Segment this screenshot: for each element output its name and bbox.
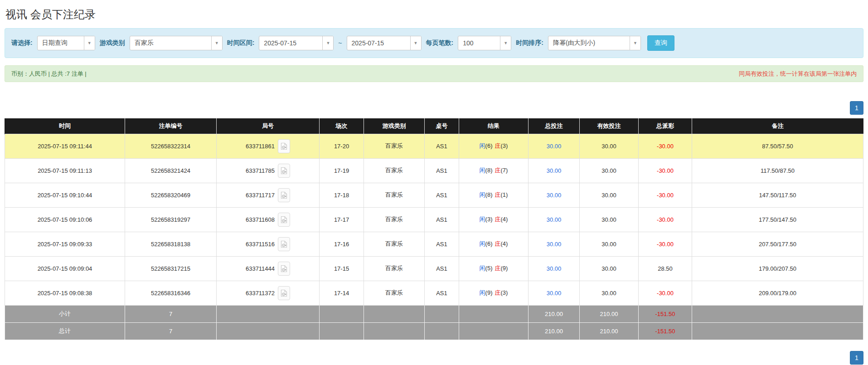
total-bet-link[interactable]: 30.00: [547, 290, 562, 297]
column-header-total-bet: 总投注: [529, 118, 580, 134]
table-row: 2025-07-15 09:10:06 522658319297 6337116…: [5, 207, 863, 232]
player-points: (9): [485, 289, 493, 296]
video-replay-button[interactable]: [278, 237, 290, 251]
total-bet-link[interactable]: 30.00: [547, 192, 562, 199]
page-size-label: 每页笔数:: [426, 39, 454, 47]
payout-cell: -30.00: [639, 207, 692, 232]
page-1-button[interactable]: 1: [850, 101, 863, 115]
total-bet-link[interactable]: 30.00: [547, 265, 562, 272]
chevron-down-icon[interactable]: ▼: [211, 36, 222, 50]
page-size-select[interactable]: 100 ▼: [458, 36, 511, 50]
total-count: 7: [125, 322, 217, 340]
chevron-down-icon[interactable]: ▼: [322, 36, 333, 50]
player-points: (8): [485, 167, 493, 174]
table-number-cell: AS1: [425, 232, 459, 256]
banker-label: 庄: [495, 191, 501, 198]
table-row: 2025-07-15 09:09:04 522658317215 6337114…: [5, 256, 863, 281]
banker-points: (4): [501, 240, 508, 247]
subtotal-count: 7: [125, 305, 217, 322]
banker-points: (3): [501, 142, 508, 149]
video-replay-button[interactable]: [278, 164, 290, 178]
date-to-select[interactable]: 2025-07-15 ▼: [347, 36, 422, 50]
banker-label: 庄: [495, 240, 501, 247]
total-row: 总计 7 210.00 210.00 -151.50: [5, 322, 863, 340]
video-replay-button[interactable]: [278, 262, 290, 276]
session-cell: 17-20: [320, 134, 364, 158]
table-header-row: 时间 注单编号 局号 场次 游戏类别 桌号 结果 总投注 有效投注 总派彩 备注: [5, 118, 863, 134]
valid-bet-cell: 30.00: [580, 158, 639, 183]
currency-total-text: 币别：人民币 | 总共 :7 注单 |: [11, 70, 87, 78]
game-type-cell: 百家乐: [364, 256, 425, 281]
subtotal-label: 小计: [5, 305, 125, 322]
video-file-icon: [281, 216, 287, 224]
chevron-down-icon[interactable]: ▼: [630, 36, 640, 50]
table-row: 2025-07-15 09:09:33 522658318138 6337115…: [5, 232, 863, 256]
game-type-cell: 百家乐: [364, 207, 425, 232]
total-bet-link[interactable]: 30.00: [547, 143, 562, 150]
total-label: 总计: [5, 322, 125, 340]
video-replay-button[interactable]: [278, 139, 290, 153]
total-bet-cell: 30.00: [529, 281, 580, 305]
total-bet-link[interactable]: 30.00: [547, 216, 562, 223]
page-title: 视讯 会员下注纪录: [5, 7, 863, 22]
video-file-icon: [281, 167, 287, 175]
game-type-select[interactable]: 百家乐 ▼: [130, 36, 223, 50]
query-type-select[interactable]: 日期查询 ▼: [37, 36, 95, 50]
chevron-down-icon[interactable]: ▼: [410, 36, 421, 50]
game-type-cell: 百家乐: [364, 134, 425, 158]
remark-cell: 87.50/57.50: [692, 134, 863, 158]
column-header-session: 场次: [320, 118, 364, 134]
table-row: 2025-07-15 09:11:13 522658321424 6337117…: [5, 158, 863, 183]
game-type-label: 游戏类别: [100, 39, 125, 47]
round-number: 633711785: [246, 167, 275, 174]
round-number: 633711372: [246, 290, 275, 297]
bet-records-table: 时间 注单编号 局号 场次 游戏类别 桌号 结果 总投注 有效投注 总派彩 备注…: [5, 118, 863, 340]
column-header-remark: 备注: [692, 118, 863, 134]
time-cell: 2025-07-15 09:09:04: [5, 256, 125, 281]
bet-id-cell: 522658317215: [125, 256, 217, 281]
column-header-valid-bet: 有效投注: [580, 118, 639, 134]
table-number-cell: AS1: [425, 158, 459, 183]
video-replay-button[interactable]: [278, 213, 290, 227]
pagination-bottom: 1: [5, 351, 863, 365]
search-button[interactable]: 查询: [647, 35, 674, 51]
time-cell: 2025-07-15 09:11:44: [5, 134, 125, 158]
player-label: 闲: [480, 240, 485, 247]
remark-cell: 179.00/207.50: [692, 256, 863, 281]
total-bet-link[interactable]: 30.00: [547, 167, 562, 174]
banker-points: (4): [501, 216, 508, 223]
table-row: 2025-07-15 09:08:38 522658316346 6337113…: [5, 281, 863, 305]
time-cell: 2025-07-15 09:10:44: [5, 183, 125, 207]
chevron-down-icon[interactable]: ▼: [500, 36, 511, 50]
date-range-separator: ~: [338, 39, 342, 47]
player-label: 闲: [480, 265, 485, 272]
session-cell: 17-18: [320, 183, 364, 207]
video-file-icon: [281, 289, 287, 297]
page-1-button[interactable]: 1: [850, 351, 863, 365]
result-cell: 闲(9)庄(3): [459, 281, 529, 305]
subtotal-row: 小计 7 210.00 210.00 -151.50: [5, 305, 863, 322]
date-from-select[interactable]: 2025-07-15 ▼: [259, 36, 334, 50]
total-bet-link[interactable]: 30.00: [547, 241, 562, 248]
player-label: 闲: [480, 216, 485, 223]
remark-cell: 207.50/177.50: [692, 232, 863, 256]
player-points: (8): [485, 191, 493, 198]
game-type-cell: 百家乐: [364, 183, 425, 207]
video-replay-button[interactable]: [278, 286, 290, 300]
round-cell: 633711444: [217, 256, 320, 281]
result-cell: 闲(6)庄(4): [459, 232, 529, 256]
player-points: (6): [485, 142, 493, 149]
column-header-result: 结果: [459, 118, 529, 134]
remark-cell: 177.50/147.50: [692, 207, 863, 232]
total-bet-cell: 30.00: [529, 158, 580, 183]
column-header-game: 游戏类别: [364, 118, 425, 134]
chevron-down-icon[interactable]: ▼: [84, 36, 95, 50]
query-type-value: 日期查询: [38, 36, 84, 50]
time-sort-select[interactable]: 降幂(由大到小) ▼: [548, 36, 641, 50]
video-replay-button[interactable]: [278, 188, 290, 202]
round-cell: 633711608: [217, 207, 320, 232]
banker-label: 庄: [495, 265, 501, 272]
player-points: (5): [485, 265, 493, 272]
session-cell: 17-15: [320, 256, 364, 281]
total-bet-cell: 30.00: [529, 134, 580, 158]
